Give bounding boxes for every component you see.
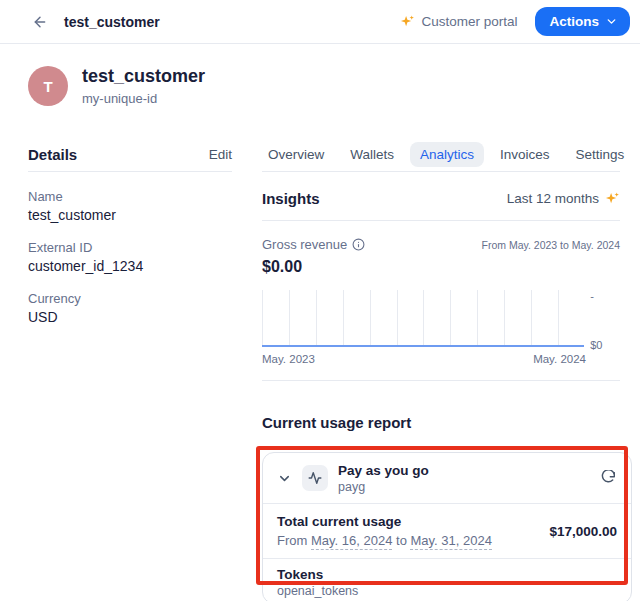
tab-wallets[interactable]: Wallets <box>340 142 404 167</box>
customer-identity: test_customer my-unique-id <box>82 66 205 106</box>
detail-field-currency: Currency USD <box>28 291 232 325</box>
chart-plot-area <box>262 290 584 347</box>
main-panel: Overview Wallets Analytics Invoices Sett… <box>262 140 620 431</box>
detail-field-external-id: External ID customer_id_1234 <box>28 240 232 274</box>
gross-revenue-chart: - $0 <box>262 290 620 347</box>
x-tick-label: May. 2024 <box>533 353 586 365</box>
gross-revenue-amount: $0.00 <box>262 258 620 276</box>
collapse-toggle[interactable] <box>277 471 292 486</box>
period-from-word: From <box>277 533 307 548</box>
total-usage-block: Total current usage From May. 16, 2024 t… <box>277 514 492 548</box>
detail-field-name: Name test_customer <box>28 189 232 223</box>
top-bar: test_customer Customer portal Actions <box>0 0 640 44</box>
tabs-divider <box>262 171 620 172</box>
customer-name: test_customer <box>82 66 205 87</box>
back-button[interactable] <box>30 12 50 32</box>
usage-report-heading: Current usage report <box>262 414 620 431</box>
insights-bottom-divider <box>262 380 620 381</box>
metric-row[interactable]: Tokens openai_tokens <box>263 558 631 601</box>
sparkle-icon <box>605 191 620 206</box>
plan-title-block: Pay as you go payg <box>338 463 429 494</box>
period-to-word: to <box>396 533 407 548</box>
insights-header: Insights Last 12 months <box>262 190 620 207</box>
metric-name: Tokens <box>277 567 323 582</box>
gross-revenue-date-range: From May. 2023 to May. 2024 <box>481 237 620 251</box>
page-title: test_customer <box>64 14 160 30</box>
activity-pulse-icon <box>308 471 322 485</box>
tab-bar: Overview Wallets Analytics Invoices Sett… <box>258 140 620 168</box>
arrow-left-icon <box>32 14 48 30</box>
details-divider <box>28 171 232 172</box>
chart-zero-line <box>262 345 584 347</box>
field-value: test_customer <box>28 207 232 223</box>
period-selector-label: Last 12 months <box>507 191 599 206</box>
field-label: External ID <box>28 240 232 255</box>
tab-overview[interactable]: Overview <box>258 142 334 167</box>
tab-settings[interactable]: Settings <box>566 142 635 167</box>
chart-x-axis: May. 2023 May. 2024 <box>262 353 586 365</box>
field-label: Currency <box>28 291 232 306</box>
tab-invoices[interactable]: Invoices <box>490 142 560 167</box>
usage-report-card: Pay as you go payg Total current usage F… <box>262 452 632 601</box>
field-value: USD <box>28 309 232 325</box>
y-tick-label: $0 <box>590 339 602 351</box>
total-usage-amount: $17,000.00 <box>549 524 617 539</box>
metric-code: openai_tokens <box>277 584 358 598</box>
field-value: customer_id_1234 <box>28 258 232 274</box>
field-label: Name <box>28 189 232 204</box>
gross-revenue-header: Gross revenue From May. 2023 to May. 202… <box>262 237 620 252</box>
info-icon[interactable] <box>352 238 365 251</box>
customer-header: T test_customer my-unique-id <box>28 66 205 106</box>
details-heading: Details <box>28 146 77 163</box>
gross-revenue-label: Gross revenue <box>262 237 347 252</box>
sparkle-icon <box>400 14 415 29</box>
insights-heading: Insights <box>262 190 320 207</box>
usage-period: From May. 16, 2024 to May. 31, 2024 <box>277 533 492 548</box>
chevron-down-icon <box>605 15 618 28</box>
customer-portal-label: Customer portal <box>421 14 517 29</box>
refresh-button[interactable] <box>599 470 615 486</box>
plan-icon-badge <box>302 465 328 491</box>
x-tick-label: May. 2023 <box>262 353 315 365</box>
period-start-date[interactable]: May. 16, 2024 <box>311 533 392 550</box>
chevron-down-icon <box>277 471 292 486</box>
refresh-icon <box>599 470 615 486</box>
insights-divider <box>262 220 620 221</box>
customer-detail-page: test_customer Customer portal Actions T … <box>0 0 640 601</box>
tab-analytics[interactable]: Analytics <box>410 142 484 167</box>
plan-name: Pay as you go <box>338 463 429 478</box>
total-usage-row: Total current usage From May. 16, 2024 t… <box>263 503 631 558</box>
chart-y-axis: - $0 <box>590 290 620 347</box>
plan-code: payg <box>338 480 429 494</box>
period-selector[interactable]: Last 12 months <box>507 191 620 206</box>
total-usage-label: Total current usage <box>277 514 492 529</box>
plan-header-row[interactable]: Pay as you go payg <box>263 453 631 503</box>
period-end-date[interactable]: May. 31, 2024 <box>410 533 491 550</box>
actions-button[interactable]: Actions <box>535 7 630 36</box>
y-tick-label: - <box>590 290 594 302</box>
customer-external-id: my-unique-id <box>82 91 205 106</box>
details-panel: Details Edit Name test_customer External… <box>28 140 232 325</box>
edit-details-button[interactable]: Edit <box>209 147 232 162</box>
customer-portal-link[interactable]: Customer portal <box>400 14 517 29</box>
avatar: T <box>28 66 68 106</box>
actions-button-label: Actions <box>549 14 599 29</box>
